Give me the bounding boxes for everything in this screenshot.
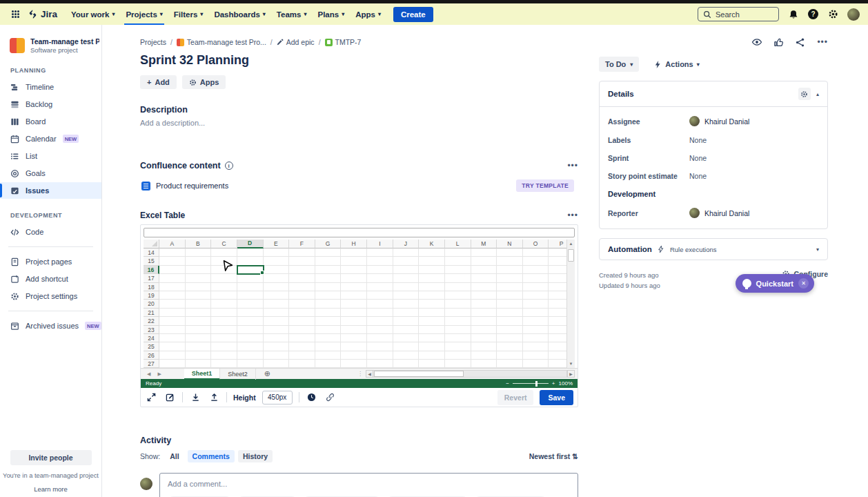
cell-L26[interactable]	[445, 351, 471, 360]
cell-J16[interactable]	[393, 266, 420, 274]
zoom-slider[interactable]	[513, 383, 549, 384]
column-header-N[interactable]: N	[497, 240, 523, 248]
cell-L25[interactable]	[445, 342, 471, 351]
horizontal-scroll-thumb[interactable]	[374, 371, 464, 377]
confluence-item[interactable]: Product requirements TRY TEMPLATE	[140, 177, 578, 194]
cell-D27[interactable]	[237, 360, 264, 368]
cell-E16[interactable]	[264, 266, 290, 274]
topnav-item-plans[interactable]: Plans▾	[312, 3, 350, 25]
cell-E19[interactable]	[264, 291, 290, 300]
cell-H23[interactable]	[341, 326, 367, 334]
cell-I18[interactable]	[367, 283, 393, 291]
cell-O21[interactable]	[523, 309, 549, 317]
scroll-up-icon[interactable]: ▲	[567, 240, 575, 248]
cell-O27[interactable]	[523, 360, 549, 368]
cell-D21[interactable]	[237, 309, 264, 317]
actions-dropdown[interactable]: Actions▾	[654, 60, 699, 69]
column-header-D[interactable]: D	[237, 240, 264, 248]
cell-C26[interactable]	[211, 351, 237, 360]
row-header-17[interactable]: 17	[144, 274, 159, 282]
cell-A19[interactable]	[159, 291, 186, 300]
height-input[interactable]	[262, 391, 293, 405]
cell-D14[interactable]	[237, 248, 264, 257]
field-value[interactable]: None	[689, 172, 707, 180]
vertical-scroll-thumb[interactable]	[568, 249, 574, 262]
vertical-scrollbar[interactable]: ▲ ▼	[566, 240, 575, 368]
automation-panel[interactable]: Automation Rule executions ▾	[599, 238, 828, 260]
cell-F15[interactable]	[289, 257, 315, 265]
cell-I26[interactable]	[367, 351, 393, 360]
cell-H15[interactable]	[341, 257, 367, 265]
cell-C23[interactable]	[211, 326, 237, 334]
cell-M18[interactable]	[471, 283, 497, 291]
sidebar-item-project-pages[interactable]: Project pages	[0, 253, 101, 270]
info-icon[interactable]: i	[225, 162, 233, 170]
cell-C27[interactable]	[211, 360, 237, 368]
row-header-20[interactable]: 20	[144, 300, 159, 308]
cell-F20[interactable]	[289, 300, 315, 308]
cell-H14[interactable]	[341, 248, 367, 257]
cell-L20[interactable]	[445, 300, 471, 308]
cell-B17[interactable]	[186, 274, 212, 282]
cell-F24[interactable]	[289, 334, 315, 342]
cell-D19[interactable]	[237, 291, 264, 300]
cell-M16[interactable]	[471, 266, 497, 274]
cell-E22[interactable]	[264, 317, 290, 325]
cell-N21[interactable]	[497, 309, 523, 317]
row-header-15[interactable]: 15	[144, 257, 159, 265]
column-header-I[interactable]: I	[367, 240, 393, 248]
cell-D15[interactable]	[237, 257, 264, 265]
cell-G14[interactable]	[315, 248, 342, 257]
sidebar-item-archived-issues[interactable]: Archived issuesNEW	[0, 318, 101, 334]
cell-L18[interactable]	[445, 283, 471, 291]
cell-H21[interactable]	[341, 309, 367, 317]
download-icon[interactable]	[189, 391, 201, 404]
column-header-B[interactable]: B	[186, 240, 212, 248]
cell-E25[interactable]	[264, 342, 290, 351]
try-template-button[interactable]: TRY TEMPLATE	[516, 179, 574, 192]
column-header-J[interactable]: J	[393, 240, 420, 248]
cell-L24[interactable]	[445, 334, 471, 342]
cell-G16[interactable]	[315, 266, 342, 274]
cell-G21[interactable]	[315, 309, 342, 317]
cell-G22[interactable]	[315, 317, 342, 325]
learn-more-link[interactable]: Learn more	[0, 485, 101, 493]
cell-K19[interactable]	[419, 291, 445, 300]
cell-K27[interactable]	[419, 360, 445, 368]
jira-logo[interactable]: Jira	[28, 9, 57, 19]
row-header-26[interactable]: 26	[144, 351, 159, 360]
filter-comments[interactable]: Comments	[188, 450, 235, 462]
user-avatar[interactable]	[847, 8, 860, 21]
cell-B26[interactable]	[186, 351, 212, 360]
cell-H25[interactable]	[341, 342, 367, 351]
row-header-23[interactable]: 23	[144, 326, 159, 334]
cell-K24[interactable]	[419, 334, 445, 342]
cell-H17[interactable]	[341, 274, 367, 282]
cell-M22[interactable]	[471, 317, 497, 325]
cell-H20[interactable]	[341, 300, 367, 308]
create-button[interactable]: Create	[393, 7, 433, 22]
cell-J18[interactable]	[393, 283, 420, 291]
topnav-item-teams[interactable]: Teams▾	[271, 3, 313, 25]
apps-button[interactable]: Apps	[182, 75, 226, 89]
cell-L17[interactable]	[445, 274, 471, 282]
sort-control[interactable]: Newest first ⇅	[529, 452, 578, 460]
cell-B25[interactable]	[186, 342, 212, 351]
cell-J27[interactable]	[393, 360, 420, 368]
cell-J26[interactable]	[393, 351, 420, 360]
cell-N27[interactable]	[497, 360, 523, 368]
column-header-F[interactable]: F	[289, 240, 315, 248]
cell-I22[interactable]	[367, 317, 393, 325]
cell-O16[interactable]	[523, 266, 549, 274]
sidebar-item-goals[interactable]: Goals	[0, 165, 101, 182]
scroll-down-icon[interactable]: ▼	[567, 360, 575, 368]
cell-L16[interactable]	[445, 266, 471, 274]
cell-J22[interactable]	[393, 317, 420, 325]
share-icon[interactable]	[794, 37, 805, 48]
sidebar-item-board[interactable]: Board	[0, 113, 101, 130]
column-header-K[interactable]: K	[419, 240, 445, 248]
column-header-H[interactable]: H	[341, 240, 367, 248]
cell-A18[interactable]	[159, 283, 186, 291]
cell-B16[interactable]	[186, 266, 212, 274]
cell-N16[interactable]	[497, 266, 523, 274]
